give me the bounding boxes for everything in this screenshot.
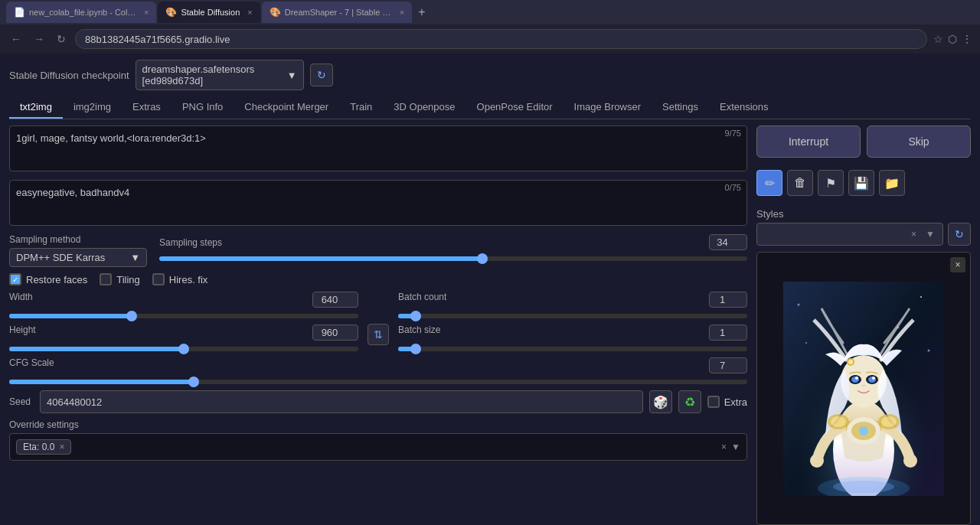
tab-sd[interactable]: 🎨 Stable Diffusion × — [158, 2, 260, 23]
sampling-method-select[interactable]: DPM++ SDE Karras ▼ — [9, 248, 147, 267]
height-slider[interactable] — [9, 347, 358, 351]
override-clear-button[interactable]: × — [721, 442, 727, 452]
batch-size-thumb[interactable] — [410, 344, 421, 354]
tab-dreamshaper[interactable]: 🎨 DreamShaper - 7 | Stable Diffusio... × — [262, 2, 412, 23]
batch-size-slider[interactable] — [398, 347, 747, 351]
styles-refresh-button[interactable]: ↻ — [948, 223, 971, 246]
cfg-scale-input[interactable] — [709, 357, 747, 373]
negative-prompt-input[interactable] — [9, 180, 747, 226]
cfg-header: CFG Scale — [9, 357, 747, 373]
tool-trash-button[interactable]: 🗑 — [787, 170, 813, 196]
tool-folder-button[interactable]: 📁 — [879, 170, 905, 196]
trash-icon: 🗑 — [794, 176, 806, 190]
tab-colab-close[interactable]: × — [144, 8, 149, 17]
tab-checkpoint-merger[interactable]: Checkpoint Merger — [234, 96, 339, 119]
tab-settings[interactable]: Settings — [652, 96, 709, 119]
batch-count-label: Batch count — [398, 292, 446, 308]
bookmark-button[interactable]: ☆ — [933, 33, 943, 45]
tab-txt2img[interactable]: txt2img — [9, 96, 63, 119]
seed-recycle-button[interactable]: ♻ — [678, 390, 701, 413]
batch-size-input[interactable] — [709, 324, 747, 341]
cfg-scale-slider[interactable] — [9, 380, 747, 384]
tab-colab[interactable]: 📄 new_colab_file.ipynb - Colabora... × — [6, 2, 156, 23]
svg-point-5 — [805, 342, 807, 344]
tiling-checkbox[interactable]: Tiling — [100, 273, 140, 285]
hires-fix-checkbox[interactable]: Hires. fix — [152, 273, 208, 285]
override-tag-close[interactable]: × — [59, 442, 64, 452]
height-input[interactable] — [312, 324, 358, 341]
menu-button[interactable]: ⋮ — [962, 33, 972, 45]
workspace: 9/75 document.querySelector('[data-name=… — [9, 126, 971, 525]
tab-3d-openpose[interactable]: 3D Openpose — [383, 96, 466, 119]
styles-clear-button[interactable]: × — [908, 226, 920, 243]
height-thumb[interactable] — [178, 344, 189, 354]
extra-checkbox[interactable]: Extra — [707, 396, 747, 408]
tab-extras[interactable]: Extras — [122, 96, 172, 119]
generate-row: Interrupt Skip — [756, 126, 971, 158]
tab-train[interactable]: Train — [339, 96, 383, 119]
interrupt-button[interactable]: Interrupt — [756, 126, 861, 158]
forward-button[interactable]: → — [31, 31, 47, 47]
width-slider[interactable] — [9, 314, 358, 318]
tab-extensions[interactable]: Extensions — [709, 96, 779, 119]
skip-button[interactable]: Skip — [867, 126, 971, 158]
tab-colab-label: new_colab_file.ipynb - Colabora... — [29, 8, 136, 17]
cfg-scale-thumb[interactable] — [188, 377, 199, 387]
seed-input[interactable] — [40, 390, 643, 413]
tab-image-browser[interactable]: Image Browser — [564, 96, 652, 119]
tab-sd-close[interactable]: × — [247, 8, 252, 17]
save-icon: 💾 — [854, 176, 869, 191]
tab-sd-label: Stable Diffusion — [181, 8, 240, 17]
new-tab-button[interactable]: + — [413, 5, 430, 19]
tab-dreamshaper-close[interactable]: × — [400, 8, 404, 17]
negative-prompt-container: 0/75 document.querySelector('[data-name=… — [9, 180, 747, 228]
tool-flag-button[interactable]: ⚑ — [818, 170, 844, 196]
positive-prompt-input[interactable] — [9, 126, 747, 171]
recycle-icon: ♻ — [684, 395, 695, 409]
tab-dreamshaper-favicon: 🎨 — [270, 7, 280, 18]
width-thumb[interactable] — [126, 311, 137, 321]
batch-count-group: Batch count — [398, 292, 747, 318]
reload-button[interactable]: ↻ — [54, 31, 69, 47]
sampling-method-dropdown-icon: ▼ — [130, 252, 140, 263]
checkpoint-select[interactable]: dreamshaper.safetensors [ed989d673d] ▼ — [136, 60, 304, 90]
tab-png-info[interactable]: PNG Info — [172, 96, 234, 119]
main-content: Stable Diffusion checkpoint dreamshaper.… — [0, 54, 980, 525]
batch-count-header: Batch count — [398, 292, 747, 308]
tab-img2img[interactable]: img2img — [63, 96, 122, 119]
batch-count-slider[interactable] — [398, 314, 747, 318]
sampling-steps-input[interactable] — [709, 234, 747, 250]
image-close-button[interactable]: × — [950, 257, 965, 272]
back-button[interactable]: ← — [8, 31, 24, 47]
url-input[interactable]: 88b1382445a71f5665.gradio.live — [75, 29, 927, 49]
override-dropdown-button[interactable]: ▼ — [731, 442, 740, 452]
swap-icon: ⇅ — [374, 328, 383, 341]
sampling-controls: Sampling method DPM++ SDE Karras ▼ Sampl… — [9, 234, 747, 267]
batch-count-input[interactable] — [709, 292, 747, 308]
checkpoint-refresh-button[interactable]: ↻ — [310, 64, 333, 86]
tool-row: ✏ 🗑 ⚑ 💾 📁 — [756, 170, 971, 196]
tab-openpose-editor[interactable]: OpenPose Editor — [466, 96, 564, 119]
styles-input-row: × ▼ ↻ — [756, 223, 971, 246]
height-fill — [9, 347, 184, 351]
restore-faces-checkbox[interactable]: ✓ Restore faces — [9, 273, 87, 285]
tool-paint-button[interactable]: ✏ — [756, 170, 782, 196]
override-settings-row: Override settings Eta: 0.0 × × ▼ — [9, 419, 747, 461]
tab-sd-favicon: 🎨 — [165, 7, 176, 18]
seed-dice-button[interactable]: 🎲 — [649, 390, 672, 413]
sampling-steps-thumb[interactable] — [477, 253, 488, 264]
width-input[interactable] — [312, 292, 358, 308]
swap-dimensions-button[interactable]: ⇅ — [368, 324, 389, 345]
generated-image — [783, 282, 944, 496]
extensions-button[interactable]: ⬡ — [948, 33, 957, 45]
dims-row: Width Height — [9, 292, 747, 351]
extra-label: Extra — [724, 396, 747, 408]
sampling-steps-slider[interactable] — [159, 256, 747, 261]
styles-input[interactable] — [762, 229, 905, 240]
styles-section: Styles × ▼ ↻ — [756, 208, 971, 246]
batch-count-thumb[interactable] — [410, 311, 421, 321]
styles-dropdown-button[interactable]: ▼ — [923, 226, 938, 243]
override-actions: × ▼ — [721, 442, 740, 452]
tool-save-button[interactable]: 💾 — [848, 170, 874, 196]
sampling-steps-label: Sampling steps — [159, 237, 222, 248]
